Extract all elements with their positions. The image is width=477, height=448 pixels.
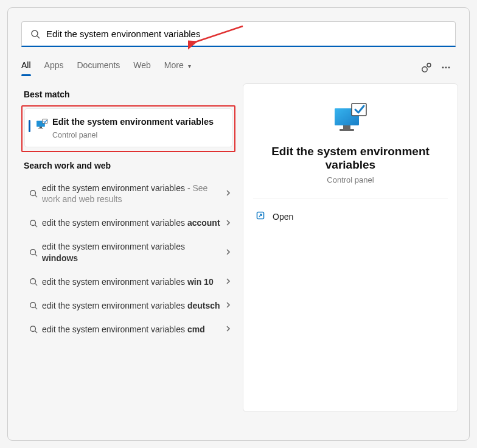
chevron-down-icon: ▾: [188, 63, 191, 69]
svg-line-22: [35, 331, 38, 334]
svg-point-2: [422, 67, 427, 72]
svg-line-20: [35, 307, 38, 310]
suggestion-text: edit the system environment variables de…: [42, 300, 225, 312]
suggestion-text: edit the system environment variables cm…: [42, 324, 225, 335]
chevron-right-icon: [225, 300, 232, 311]
annotation-highlight: Edit the system environment variables Co…: [21, 105, 235, 152]
svg-rect-25: [343, 125, 350, 129]
search-window: All Apps Documents Web More ▾ Best match: [7, 7, 470, 441]
svg-line-1: [37, 36, 40, 38]
search-input[interactable]: [46, 29, 448, 39]
results-list: Best match Edit the system: [21, 83, 235, 412]
web-suggestion[interactable]: edit the system environment variables wi…: [21, 270, 235, 294]
svg-rect-26: [339, 129, 354, 131]
search-icon: [25, 248, 42, 257]
chevron-right-icon: [225, 276, 232, 287]
svg-point-13: [30, 220, 36, 226]
monitor-check-icon: [35, 117, 52, 133]
suggestion-text: edit the system environment variables wi…: [42, 241, 225, 264]
svg-point-4: [442, 67, 444, 69]
more-options-icon[interactable]: [436, 58, 456, 77]
detail-panel: Edit the system environment variables Co…: [243, 83, 458, 412]
open-icon: [256, 211, 265, 222]
open-action[interactable]: Open: [253, 206, 448, 227]
profile-switch-icon[interactable]: [417, 58, 436, 77]
svg-point-19: [30, 303, 36, 308]
svg-line-16: [35, 254, 38, 257]
tab-web[interactable]: Web: [133, 60, 151, 75]
search-bar[interactable]: [21, 21, 456, 47]
best-match-heading: Best match: [24, 89, 235, 99]
best-match-title: Edit the system environment variables: [52, 116, 226, 128]
chevron-right-icon: [225, 324, 232, 335]
svg-point-6: [448, 67, 450, 69]
search-icon: [25, 189, 42, 198]
detail-subtitle: Control panel: [253, 175, 448, 184]
chevron-right-icon: [225, 188, 232, 199]
svg-point-15: [30, 250, 36, 255]
web-suggestion[interactable]: edit the system environment variables ac…: [21, 211, 235, 235]
best-match-result[interactable]: Edit the system environment variables Co…: [24, 108, 232, 147]
search-icon: [25, 278, 42, 286]
web-suggestion[interactable]: edit the system environment variables wi…: [21, 235, 235, 270]
open-label: Open: [273, 212, 293, 222]
svg-point-5: [445, 67, 447, 69]
search-icon: [29, 29, 41, 39]
web-suggestion[interactable]: edit the system environment variables cm…: [21, 318, 235, 341]
suggestion-text: edit the system environment variables ac…: [42, 217, 225, 229]
tab-more[interactable]: More ▾: [164, 60, 191, 75]
svg-line-14: [35, 225, 38, 227]
web-suggestion[interactable]: edit the system environment variables de…: [21, 294, 235, 318]
svg-point-21: [30, 326, 36, 332]
detail-title: Edit the system environment variables: [253, 145, 448, 172]
search-icon: [25, 325, 42, 334]
svg-point-11: [30, 191, 36, 196]
selection-indicator: [29, 120, 30, 132]
chevron-right-icon: [225, 247, 232, 258]
best-match-subtitle: Control panel: [52, 131, 226, 139]
divider: [253, 198, 448, 198]
tab-documents[interactable]: Documents: [77, 60, 120, 75]
search-icon: [25, 301, 42, 310]
chevron-right-icon: [225, 218, 232, 229]
svg-point-3: [427, 63, 431, 67]
suggestion-text: edit the system environment variables - …: [42, 183, 225, 206]
tab-all[interactable]: All: [21, 60, 31, 75]
svg-line-12: [35, 195, 38, 198]
search-icon: [25, 219, 42, 228]
svg-point-0: [32, 30, 38, 37]
tab-apps[interactable]: Apps: [44, 60, 64, 75]
svg-rect-9: [38, 128, 43, 128]
detail-icon: [253, 101, 448, 136]
filter-tabs: All Apps Documents Web More ▾: [8, 58, 469, 77]
svg-line-18: [35, 284, 38, 286]
svg-rect-8: [40, 127, 42, 128]
suggestion-text: edit the system environment variables wi…: [42, 276, 225, 288]
svg-point-17: [30, 279, 36, 284]
search-web-heading: Search work and web: [24, 161, 235, 170]
web-suggestion[interactable]: edit the system environment variables - …: [21, 177, 235, 212]
